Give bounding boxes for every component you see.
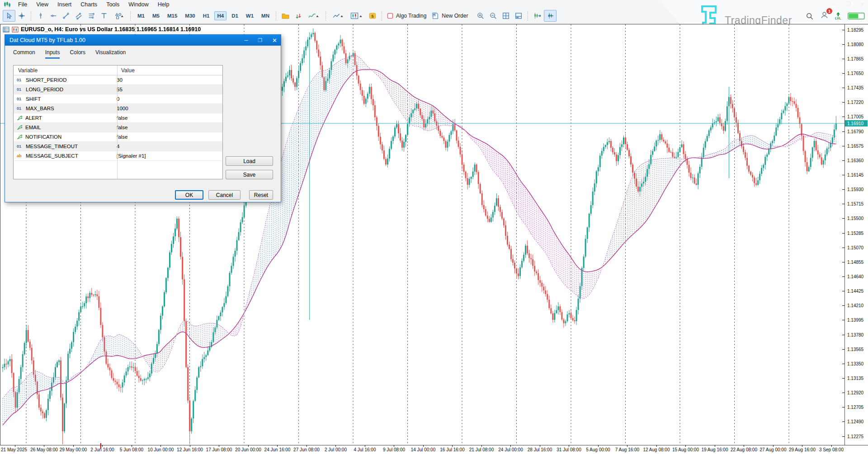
data-window-button[interactable] [512,10,525,22]
currency-button[interactable]: $ [366,10,379,22]
equidistant-lines-tool-button[interactable] [85,10,98,22]
tab-visualization[interactable]: Visualization [95,49,126,59]
menu-charts[interactable]: Charts [76,0,102,9]
menu-tools[interactable]: Tools [102,0,124,9]
param-value[interactable]: 0 [113,96,119,102]
param-row-alert[interactable]: ALERTfalse [14,113,222,123]
chart-symbol-icon[interactable] [12,27,19,33]
channel-tool-button[interactable] [72,10,85,22]
load-button[interactable]: Load [226,156,273,166]
param-value[interactable]: [Signaler #1] [113,153,146,159]
param-row-max_bars[interactable]: 01MAX_BARS1000 [14,104,222,113]
zoom-out-button[interactable] [487,10,500,22]
svg-text:1.12490: 1.12490 [847,419,864,424]
horizontal-line-tool-button[interactable] [47,10,60,22]
svg-text:26 May 08:00: 26 May 08:00 [30,447,58,452]
tab-inputs[interactable]: Inputs [45,49,60,59]
menu-insert[interactable]: Insert [53,0,76,9]
window-minimize-icon[interactable]: ─ [832,1,838,7]
svg-text:1.16910: 1.16910 [847,121,864,126]
int-type-icon: 01 [17,87,24,92]
dialog-minimize-icon[interactable]: ─ [244,37,248,43]
param-value[interactable]: 4 [113,144,119,149]
chart-line-type-button[interactable] [329,10,347,22]
crosshair-tool-button[interactable] [15,10,28,22]
dialog-close-icon[interactable]: ✕ [272,37,277,44]
shapes-tool-button[interactable] [110,10,127,22]
line-chart-icon [332,12,344,20]
param-row-long_period[interactable]: 01LONG_PERIOD55 [14,85,222,94]
reset-button[interactable]: Reset [249,190,273,200]
menu-window[interactable]: Window [124,0,153,9]
timeframe-m15[interactable]: M15 [165,11,180,20]
save-button[interactable]: Save [226,170,273,179]
param-name: SHIFT [26,96,41,102]
svg-text:15 Aug 00:00: 15 Aug 00:00 [672,447,699,452]
dialog-title-bar[interactable]: Dat Cloud MT5 by TFLab 1.00 ─ ❐ ✕ [5,35,281,46]
header-variable: Variable [14,67,117,74]
param-row-notification[interactable]: NOTIFICATIONfalse [14,132,222,142]
zoom-in-button[interactable] [474,10,487,22]
param-row-shift[interactable]: 01SHIFT0 [14,94,222,104]
timeframe-m1[interactable]: M1 [135,11,147,20]
svg-text:27 Aug 00:00: 27 Aug 00:00 [760,447,787,452]
timeframe-w1[interactable]: W1 [243,11,256,20]
svg-text:1.12920: 1.12920 [847,390,864,395]
zoom-in-icon [476,12,485,20]
connection-status-icon [848,13,865,19]
auto-scroll-button[interactable] [544,10,557,22]
svg-text:7 Aug 16:00: 7 Aug 16:00 [615,447,640,452]
param-value[interactable]: 1000 [113,106,128,111]
community-button[interactable]: 1 [820,11,829,21]
menu-file[interactable]: File [14,0,32,9]
trendline-tool-button[interactable] [60,10,72,22]
param-row-email[interactable]: EMAILfalse [14,123,222,132]
new-order-button[interactable]: New Order [432,12,468,19]
templates-button[interactable] [279,10,292,22]
param-name: ALERT [25,115,42,121]
crosshair-icon [18,12,26,20]
market-watch-icon[interactable] [3,27,9,33]
window-close-icon[interactable]: ✕ [859,1,865,7]
svg-text:1.18080: 1.18080 [847,42,864,47]
param-value[interactable]: false [113,134,127,140]
param-row-short_period[interactable]: 01SHORT_PERIOD30 [14,75,222,85]
param-row-message_subject[interactable]: abMESSAGE_SUBJECT[Signaler #1] [14,151,222,161]
search-icon[interactable] [806,12,814,20]
algo-trading-button[interactable]: Algo Trading [387,13,426,19]
timeframe-h4[interactable]: H4 [214,11,226,20]
tab-colors[interactable]: Colors [70,49,85,59]
tile-windows-button[interactable] [500,10,512,22]
dialog-maximize-icon[interactable]: ❐ [258,37,262,43]
menu-view[interactable]: View [32,0,53,9]
timeframe-h1[interactable]: H1 [200,11,212,20]
bool-type-icon [17,125,23,130]
ok-button[interactable]: OK [175,190,203,200]
data-window-icon [514,12,523,20]
shapes-icon [113,12,125,20]
cursor-tool-button[interactable] [3,10,15,22]
trendline-icon [62,12,70,20]
param-value[interactable]: false [113,125,127,130]
timeframe-d1[interactable]: D1 [229,11,241,20]
string-type-icon: ab [17,154,24,158]
timeframe-m30[interactable]: M30 [182,11,198,20]
menu-help[interactable]: Help [153,0,174,9]
indicators-button[interactable] [305,10,323,22]
window-maximize-icon[interactable]: ❐ [845,1,852,7]
svg-text:31 Jul 08:00: 31 Jul 08:00 [557,447,581,452]
param-value[interactable]: false [113,115,127,121]
depth-of-market-button[interactable] [292,10,305,22]
lvl-indicator[interactable]: LVL [835,12,841,20]
tab-common[interactable]: Common [13,49,35,59]
cancel-button[interactable]: Cancel [208,190,241,200]
window-controls: ─ ❐ ✕ [832,1,865,7]
chart-shift-button[interactable] [531,10,544,22]
chart-window-mode-button[interactable] [347,10,366,22]
timeframe-m5[interactable]: M5 [150,11,162,20]
vertical-line-tool-button[interactable] [34,10,47,22]
text-tool-button[interactable] [98,10,110,22]
timeframe-mn[interactable]: MN [259,11,272,20]
svg-text:1.16790: 1.16790 [847,129,864,134]
param-row-message_timeout[interactable]: 01MESSAGE_TIMEOUT4 [14,142,222,151]
